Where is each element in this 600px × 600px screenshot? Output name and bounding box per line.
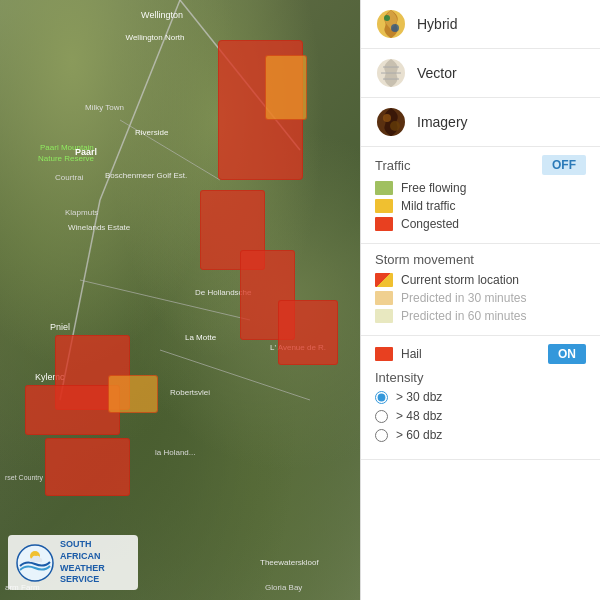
intensity-30-label: > 30 dbz: [396, 390, 442, 404]
logo-text: South African Weather Service: [60, 539, 130, 586]
storm-overlay-6: [25, 385, 120, 435]
storm-header: Storm movement: [375, 252, 586, 267]
storm-title: Storm movement: [375, 252, 474, 267]
intensity-30-radio[interactable]: [375, 391, 388, 404]
hybrid-icon: [375, 8, 407, 40]
intensity-options: > 30 dbz > 48 dbz > 60 dbz: [375, 390, 586, 451]
storm-overlay-7: [45, 438, 130, 496]
intensity-30dbz[interactable]: > 30 dbz: [375, 390, 586, 404]
intensity-48-radio[interactable]: [375, 410, 388, 423]
svg-text:la Holand...: la Holand...: [155, 448, 195, 457]
svg-text:Robertsvlei: Robertsvlei: [170, 388, 210, 397]
intensity-60-radio[interactable]: [375, 429, 388, 442]
svg-text:Gloria Bay: Gloria Bay: [265, 583, 302, 592]
traffic-legend-mild: Mild traffic: [375, 199, 586, 213]
free-flowing-swatch: [375, 181, 393, 195]
svg-text:La Motte: La Motte: [185, 333, 217, 342]
svg-line-4: [80, 280, 250, 320]
intensity-48-label: > 48 dbz: [396, 409, 442, 423]
svg-text:Wellington North: Wellington North: [126, 33, 185, 42]
hail-row: Hail ON: [375, 344, 586, 364]
intensity-48dbz[interactable]: > 48 dbz: [375, 409, 586, 423]
intensity-title: Intensity: [375, 370, 586, 385]
svg-text:Riverside: Riverside: [135, 128, 169, 137]
congested-label: Congested: [401, 217, 459, 231]
intensity-60-label: > 60 dbz: [396, 428, 442, 442]
map-type-imagery[interactable]: Imagery: [361, 98, 600, 147]
storm-30min: Predicted in 30 minutes: [375, 291, 586, 305]
storm-current: Current storm location: [375, 273, 586, 287]
intensity-60dbz[interactable]: > 60 dbz: [375, 428, 586, 442]
storm-60-label: Predicted in 60 minutes: [401, 309, 526, 323]
svg-text:Milky Town: Milky Town: [85, 103, 124, 112]
congested-swatch: [375, 217, 393, 231]
svg-text:rset Country: rset Country: [5, 474, 44, 482]
vector-icon: [375, 57, 407, 89]
traffic-toggle[interactable]: OFF: [542, 155, 586, 175]
svg-point-29: [384, 15, 390, 21]
svg-text:Pniel: Pniel: [50, 322, 70, 332]
svg-text:Winelands Estate: Winelands Estate: [68, 223, 131, 232]
hail-swatch: [375, 347, 393, 361]
storm-overlay-orange-2: [108, 375, 158, 413]
free-flowing-label: Free flowing: [401, 181, 466, 195]
logo-area: South African Weather Service: [8, 535, 138, 590]
map-type-vector[interactable]: Vector: [361, 49, 600, 98]
hail-section: Hail ON Intensity > 30 dbz > 48 dbz > 60…: [361, 336, 600, 460]
saws-logo-icon: [16, 544, 54, 582]
vector-label: Vector: [417, 65, 457, 81]
svg-point-36: [383, 114, 391, 122]
svg-text:Wellington: Wellington: [141, 10, 183, 20]
storm-section: Storm movement Current storm location Pr…: [361, 244, 600, 336]
mild-traffic-label: Mild traffic: [401, 199, 455, 213]
hybrid-label: Hybrid: [417, 16, 457, 32]
svg-point-37: [390, 121, 400, 131]
storm-overlay-orange-1: [265, 55, 307, 120]
traffic-legend-free: Free flowing: [375, 181, 586, 195]
storm-30-swatch: [375, 291, 393, 305]
imagery-icon: [375, 106, 407, 138]
hail-label: Hail: [401, 347, 422, 361]
traffic-legend-congested: Congested: [375, 217, 586, 231]
traffic-section: Traffic OFF Free flowing Mild traffic Co…: [361, 147, 600, 244]
storm-overlay-4: [278, 300, 338, 365]
storm-30-label: Predicted in 30 minutes: [401, 291, 526, 305]
svg-line-0: [100, 0, 180, 200]
storm-60min: Predicted in 60 minutes: [375, 309, 586, 323]
traffic-header: Traffic OFF: [375, 155, 586, 175]
current-storm-swatch: [375, 273, 393, 287]
storm-60-swatch: [375, 309, 393, 323]
map-container[interactable]: Wellington Wellington North Milky Town P…: [0, 0, 360, 600]
imagery-label: Imagery: [417, 114, 468, 130]
svg-text:Courtrai: Courtrai: [55, 173, 84, 182]
svg-point-30: [391, 24, 399, 32]
hail-label-wrap: Hail: [375, 347, 422, 361]
svg-text:Klapmuts: Klapmuts: [65, 208, 98, 217]
map-type-hybrid[interactable]: Hybrid: [361, 0, 600, 49]
traffic-title: Traffic: [375, 158, 410, 173]
mild-traffic-swatch: [375, 199, 393, 213]
svg-text:Theewaterskloof: Theewaterskloof: [260, 558, 319, 567]
svg-text:Paarl: Paarl: [75, 147, 97, 157]
hail-toggle[interactable]: ON: [548, 344, 586, 364]
svg-text:Boschenmeer Golf Est.: Boschenmeer Golf Est.: [105, 171, 187, 180]
current-storm-label: Current storm location: [401, 273, 519, 287]
right-panel: Hybrid Vector Imagery: [360, 0, 600, 600]
